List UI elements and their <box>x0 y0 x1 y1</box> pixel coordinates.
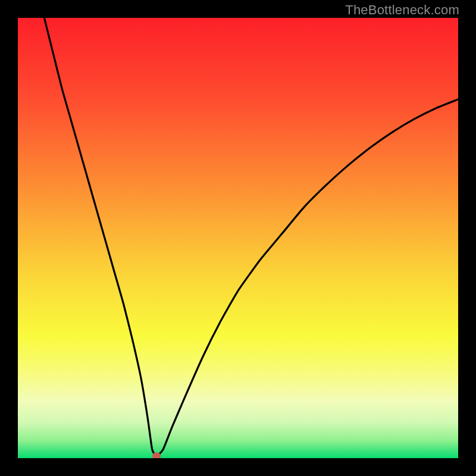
plot-area <box>18 18 458 458</box>
chart-frame: TheBottleneck.com <box>0 0 476 476</box>
svg-point-1 <box>152 452 161 458</box>
watermark-text: TheBottleneck.com <box>345 2 459 18</box>
marker-dot <box>18 18 458 458</box>
